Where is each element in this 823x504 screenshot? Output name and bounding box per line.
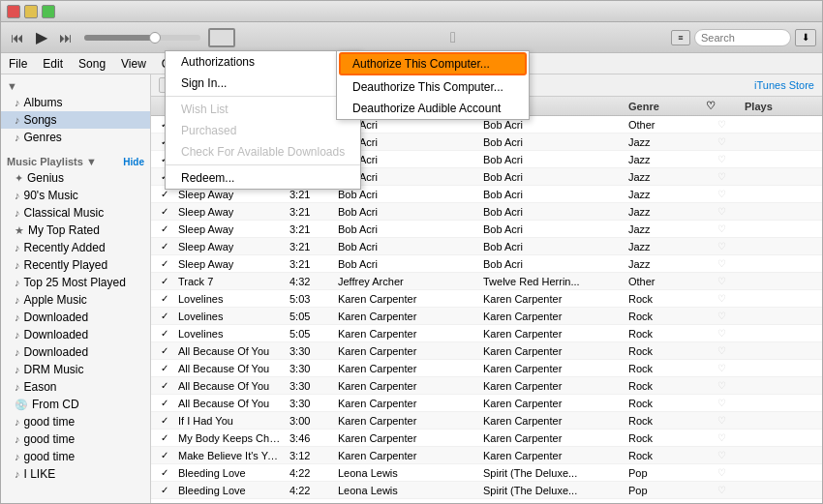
table-row[interactable]: ✓ Bleeding Love 4:22 Leona Lewis Spirit … [151,499,822,503]
content-area: ▼ ♪ Albums ♪ Songs ♪ Genres Music Playli… [1,74,822,503]
sidebar-item-downloaded2[interactable]: ♪ Downloaded [1,326,150,343]
sidebar-item-recently-added[interactable]: ♪ Recently Added [1,239,150,256]
song-album: Twelve Red Herrin... [479,276,625,287]
song-name: Make Believe It's Your First Time [174,450,286,461]
song-name: Sleep Away [174,258,286,270]
sidebar-item-classical[interactable]: ♪ Classical Music [1,204,150,222]
song-genre: Pop [625,502,702,504]
sidebar-item-downloaded3[interactable]: ♪ Downloaded [1,343,150,361]
table-row[interactable]: ✓ Lovelines 5:05 Karen Carpenter Karen C… [151,325,822,342]
sidebar-item-downloaded1[interactable]: ♪ Downloaded [1,309,150,326]
table-row[interactable]: ✓ Sleep Away 3:21 Bob Acri Bob Acri Jazz… [151,221,822,238]
song-heart: ♡ [702,119,741,130]
table-row[interactable]: ✓ My Body Keeps Changing My Mi... 3:46 K… [151,430,822,447]
song-check: ✓ [155,189,174,199]
song-check: ✓ [155,258,174,269]
menu-authorizations[interactable]: Authorizations ▶ [166,51,360,73]
table-row[interactable]: ✓ Bleeding Love 4:22 Leona Lewis Spirit … [151,464,822,482]
sidebar-downloaded2-label: Downloaded [24,328,89,341]
song-genre: Rock [625,380,702,392]
sidebar-item-apple[interactable]: ♪ Apple Music [1,291,150,309]
sidebar-item-90s[interactable]: ♪ 90's Music [1,187,150,204]
song-heart: ♡ [702,432,741,443]
table-row[interactable]: ✓ All Because Of You 3:30 Karen Carpente… [151,342,822,360]
song-album: Bob Acri [479,189,625,200]
list-view-icon[interactable]: ≡ [671,30,690,45]
itunes-store-link[interactable]: iTunes Store [754,79,814,91]
check-downloads-label: Check For Available Downloads [181,145,345,159]
sidebar-item-songs[interactable]: ♪ Songs [1,111,150,129]
table-row[interactable]: ✓ Track 7 4:32 Jeffrey Archer Twelve Red… [151,273,822,290]
sidebar-item-genres[interactable]: ♪ Genres [1,129,150,146]
song-check: ✓ [155,502,174,503]
table-row[interactable]: ✓ Sleep Away 3:21 Bob Acri Bob Acri Jazz… [151,238,822,255]
apple-logo:  [450,29,456,46]
menu-deauthorize-audible[interactable]: Deauthorize Audible Account [337,98,529,119]
col-plays[interactable]: Plays [741,101,799,112]
sidebar-item-genius[interactable]: ✦ Genius [1,169,150,187]
song-time: 3:30 [286,363,334,374]
menu-redeem[interactable]: Redeem... [166,167,360,189]
itunes-window: ⏮ ▶ ⏭  ≡ ⬇ File Edit Song View Controls… [0,0,823,504]
sidebar-item-eason[interactable]: ♪ Eason [1,378,150,396]
maximize-button[interactable] [42,5,55,18]
table-row[interactable]: ✓ Lovelines 5:05 Karen Carpenter Karen C… [151,308,822,325]
playlists-section: Music Playlists ▼ Hide ✦ Genius ♪ 90's M… [1,150,150,487]
toolbar: ⏮ ▶ ⏭  ≡ ⬇ [1,22,822,53]
table-row[interactable]: ✓ Make Believe It's Your First Time 3:12… [151,447,822,464]
table-row[interactable]: ✓ If I Had You 3:00 Karen Carpenter Kare… [151,412,822,430]
menu-file[interactable]: File [1,53,35,74]
sidebar-item-goodtime1[interactable]: ♪ good time [1,413,150,430]
table-row[interactable]: ✓ All Because Of You 3:30 Karen Carpente… [151,395,822,412]
redeem-label: Redeem... [181,171,234,185]
hide-playlists-link[interactable]: Hide [123,157,144,167]
title-bar [1,1,822,22]
table-row[interactable]: ✓ Lovelines 5:03 Karen Carpenter Karen C… [151,290,822,308]
next-button[interactable]: ⏭ [55,28,76,47]
progress-knob[interactable] [149,32,161,44]
song-genre: Other [625,119,702,131]
song-name: Bleeding Love [174,467,286,479]
deauthorize-audible-label: Deauthorize Audible Account [352,102,501,115]
sidebar-item-fromcd[interactable]: 💿 From CD [1,396,150,413]
menu-song[interactable]: Song [71,53,113,74]
song-album: Bob Acri [479,206,625,218]
song-name: My Body Keeps Changing My Mi... [174,432,286,444]
deauthorize-computer-label: Deauthorize This Computer... [352,80,503,94]
menu-deauthorize-computer[interactable]: Deauthorize This Computer... [337,76,529,98]
song-genre: Rock [625,293,702,305]
progress-bar[interactable] [84,35,200,41]
prev-button[interactable]: ⏮ [7,28,28,47]
song-heart: ♡ [702,467,741,478]
download-icon[interactable]: ⬇ [795,29,816,46]
menu-view[interactable]: View [113,53,154,74]
sidebar-item-albums[interactable]: ♪ Albums [1,94,150,111]
song-check: ✓ [155,206,174,217]
search-input[interactable] [694,29,791,46]
close-button[interactable] [7,5,20,18]
song-check: ✓ [155,223,174,234]
song-album: Karen Carpenter [479,450,625,461]
sidebar-item-toprated[interactable]: ★ My Top Rated [1,222,150,239]
menu-edit[interactable]: Edit [35,53,71,74]
table-row[interactable]: ✓ Sleep Away 3:21 Bob Acri Bob Acri Jazz… [151,203,822,221]
sidebar-item-goodtime2[interactable]: ♪ good time [1,430,150,448]
sidebar-item-ilike[interactable]: ♪ I LIKE [1,465,150,483]
sidebar-item-goodtime3[interactable]: ♪ good time [1,448,150,465]
menu-purchased: Purchased [166,120,360,141]
sidebar-item-top25[interactable]: ♪ Top 25 Most Played [1,274,150,291]
minimize-button[interactable] [24,5,38,18]
sidebar-item-drm[interactable]: ♪ DRM Music [1,361,150,378]
screen-icon[interactable] [208,28,235,47]
table-row[interactable]: ✓ Sleep Away 3:21 Bob Acri Bob Acri Jazz… [151,255,822,273]
col-genre[interactable]: Genre [625,101,702,112]
sidebar-item-recently-played[interactable]: ♪ Recently Played [1,256,150,274]
menu-authorize-computer[interactable]: Authorize This Computer... [339,52,527,75]
song-name: Lovelines [174,311,286,322]
table-row[interactable]: ✓ Bleeding Love 4:22 Leona Lewis Spirit … [151,482,822,499]
play-button[interactable]: ▶ [32,26,51,48]
table-row[interactable]: ✓ All Because Of You 3:30 Karen Carpente… [151,377,822,395]
menu-signin[interactable]: Sign In... [166,73,360,94]
table-row[interactable]: ✓ All Because Of You 3:30 Karen Carpente… [151,360,822,377]
downloaded1-icon: ♪ [15,311,20,323]
